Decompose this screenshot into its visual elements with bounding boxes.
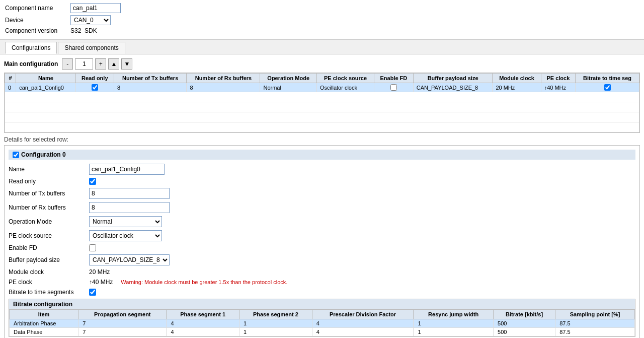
cell-pe: ↑40 MHz (541, 83, 575, 92)
cell-bitrateseg (576, 83, 639, 92)
bcol-phase1: Phase segment 1 (167, 310, 239, 319)
cell-enablefd (374, 83, 414, 92)
cell-readonly (75, 83, 114, 92)
config-detail-title-label: Configuration 0 (21, 151, 66, 158)
top-section: Component name Device CAN_0 CAN_1 CAN_2 … (0, 0, 644, 40)
detail-modclk-label: Module clock (9, 268, 89, 276)
main-content: Main configuration - + ▲ ▼ # Name Read o… (0, 54, 644, 338)
detail-bitrate-label: Bitrate to time segments (9, 289, 89, 296)
detail-peclk-disp-label: PE clock (9, 279, 89, 286)
detail-name-label: Name (9, 166, 89, 173)
detail-name-input[interactable] (89, 164, 165, 175)
detail-modclk-value: 20 MHz (89, 268, 110, 276)
bitrate-checkbox[interactable] (604, 84, 611, 91)
detail-tx-label: Number of Tx buffers (9, 190, 89, 197)
main-config-label: Main configuration (4, 60, 58, 67)
config-table: # Name Read only Number of Tx buffers Nu… (5, 73, 639, 132)
version-value: S32_SDK (70, 27, 97, 34)
detail-tx-row: Number of Tx buffers (9, 188, 635, 199)
cell-bufpayload: CAN_PAYLOAD_SIZE_8 (413, 83, 493, 92)
detail-readonly-checkbox[interactable] (89, 178, 96, 185)
detail-bufpayload-select[interactable]: CAN_PAYLOAD_SIZE_8 CAN_PAYLOAD_SIZE_16 C… (89, 254, 170, 265)
component-name-label: Component name (5, 5, 70, 12)
bcell-prop: 7 (78, 319, 167, 328)
plus-button[interactable]: + (95, 58, 106, 70)
bcell-prop-data: 7 (78, 328, 167, 336)
config-detail-title: Configuration 0 (9, 150, 635, 160)
device-select[interactable]: CAN_0 CAN_1 CAN_2 (70, 15, 111, 25)
table-row-empty-2 (5, 102, 639, 112)
bcell-sampling: 87.5 (555, 319, 635, 328)
up-button[interactable]: ▲ (108, 58, 119, 70)
table-row[interactable]: 0 can_pal1_Config0 8 8 Normal Oscillator… (5, 83, 639, 92)
detail-rx-input[interactable] (89, 202, 170, 213)
bcell-item-data: Data Phase (10, 328, 78, 336)
bcol-prescaler: Prescaler Division Factor (312, 310, 414, 319)
tab-configurations[interactable]: Configurations (5, 42, 57, 54)
col-bufpayload: Buffer payload size (413, 74, 493, 83)
detail-bitrate-row: Bitrate to time segments (9, 289, 635, 296)
cell-rx: 8 (187, 83, 260, 92)
tab-shared-components[interactable]: Shared components (58, 42, 125, 54)
bcol-phase2: Phase segment 2 (239, 310, 312, 319)
col-enablefd: Enable FD (374, 74, 414, 83)
bcell-phase1: 4 (167, 319, 239, 328)
cell-peclock: Oscillator clock (317, 83, 374, 92)
bitrate-table: Item Propagation segment Phase segment 1… (9, 309, 635, 336)
bcol-bitrate: Bitrate [kbit/s] (494, 310, 555, 319)
bcol-sampling: Sampling point [%] (555, 310, 635, 319)
version-label: Component version (5, 27, 70, 34)
detail-readonly-label: Read only (9, 178, 89, 185)
cell-tx: 8 (114, 83, 187, 92)
bcol-item: Item (10, 310, 78, 319)
bcol-resync: Resync jump width (414, 310, 494, 319)
bcell-phase2-data: 1 (239, 328, 312, 336)
bitrate-title: Bitrate configuration (9, 299, 635, 309)
col-modclock: Module clock (493, 74, 541, 83)
minus-button[interactable]: - (62, 58, 73, 70)
down-button[interactable]: ▼ (121, 58, 132, 70)
bcell-bitrate: 500 (494, 319, 555, 328)
config-detail-checkbox[interactable] (13, 152, 19, 158)
detail-opmode-select[interactable]: Normal Loopback Listen only (89, 216, 162, 227)
bitrate-row-arbitration[interactable]: Arbitration Phase 7 4 1 4 1 500 87.5 (10, 319, 635, 328)
bitrate-header-row: Item Propagation segment Phase segment 1… (10, 310, 635, 319)
detail-enablefd-checkbox[interactable] (89, 244, 96, 251)
detail-rx-row: Number of Rx buffers (9, 202, 635, 213)
warning-text: Warning: Module clock must be greater 1.… (121, 279, 287, 285)
detail-bitrate-checkbox[interactable] (89, 289, 96, 296)
detail-name-row: Name (9, 164, 635, 175)
details-header: Details for selected row: (4, 136, 640, 143)
detail-peclk-row: PE clock source Oscillator clock System … (9, 230, 635, 241)
bcell-resync-data: 1 (414, 328, 494, 336)
detail-tx-input[interactable] (89, 188, 170, 199)
readonly-checkbox[interactable] (92, 84, 98, 91)
detail-peclk-select[interactable]: Oscillator clock System clock (89, 230, 162, 241)
config-detail-panel: Configuration 0 Name Read only Number of… (4, 145, 640, 338)
component-name-input[interactable] (70, 3, 121, 13)
detail-modclk-row: Module clock 20 MHz (9, 268, 635, 276)
bcell-item: Arbitration Phase (10, 319, 78, 328)
count-input[interactable] (75, 58, 93, 70)
enablefd-checkbox[interactable] (390, 84, 397, 91)
detail-bufpayload-row: Buffer payload size CAN_PAYLOAD_SIZE_8 C… (9, 254, 635, 265)
detail-opmode-row: Operation Mode Normal Loopback Listen on… (9, 216, 635, 227)
bcell-prescaler: 4 (312, 319, 414, 328)
col-name: Name (16, 74, 75, 83)
col-index: # (5, 74, 16, 83)
detail-readonly-row: Read only (9, 178, 635, 185)
device-label: Device (5, 17, 70, 24)
bcell-resync: 1 (414, 319, 494, 328)
bitrate-section: Bitrate configuration Item Propagation s… (9, 299, 635, 337)
col-readonly: Read only (75, 74, 114, 83)
bcell-phase2: 1 (239, 319, 312, 328)
bitrate-row-data[interactable]: Data Phase 7 4 1 4 1 500 87.5 (10, 328, 635, 336)
detail-enablefd-row: Enable FD (9, 244, 635, 251)
cell-opmode: Normal (260, 83, 317, 92)
col-rx: Number of Rx buffers (187, 74, 260, 83)
col-tx: Number of Tx buffers (114, 74, 187, 83)
detail-peclk-disp-row: PE clock ↑40 MHz Warning: Module clock m… (9, 279, 635, 286)
config-header: Main configuration - + ▲ ▼ (4, 58, 640, 70)
detail-peclk-disp-value: ↑40 MHz (89, 279, 113, 286)
detail-rx-label: Number of Rx buffers (9, 204, 89, 211)
